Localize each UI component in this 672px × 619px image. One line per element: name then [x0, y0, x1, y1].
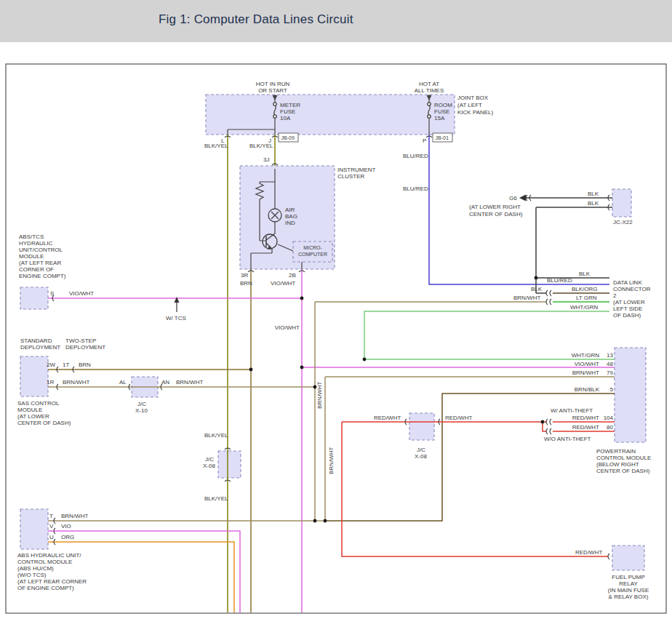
pin-3j-label: 3J — [263, 156, 269, 163]
pin-s-label: S — [50, 290, 54, 297]
sas-module-label-3: (AT LOWER — [17, 413, 49, 420]
pin-p-label: P — [423, 137, 426, 144]
jc-x08-mid-label-2: X-08 — [415, 453, 427, 460]
instrument-cluster-label: INSTRUMENT — [337, 167, 376, 173]
wire-color-label: BLU/RED — [403, 153, 428, 159]
wire-color-label: BLK — [588, 200, 599, 207]
meter-fuse-label: METER — [280, 102, 300, 108]
dlc-label-6: OF DASH) — [613, 312, 641, 319]
abs-hu-label-6: OF ENGINE COMPT) — [17, 585, 74, 591]
meter-fuse-rating: 10A — [280, 115, 291, 121]
hot-in-run-label-2: OR START — [258, 87, 287, 94]
wire-color-label: WHT/GRN — [572, 352, 599, 359]
wire-color-label: BLK — [579, 271, 591, 277]
airbag-ind-label-3: IND — [285, 220, 295, 226]
pin-3r-label: 3R — [241, 272, 248, 279]
wire-color-label: RED/WHT — [572, 415, 599, 421]
dlc-label: DATA LINK — [613, 279, 642, 286]
joint-box — [206, 95, 455, 135]
wire-color-label: BRN/WHT — [63, 379, 89, 386]
abs-tcs-label-3: UNIT/CONTROL — [19, 247, 63, 253]
pcm-label-4: CENTER OF DASH) — [596, 468, 650, 474]
pin-2b-label: 2B — [289, 272, 296, 279]
joint-box-label-2: (AT LEFT — [457, 102, 482, 108]
sas-module-label: SAS CONTROL — [17, 400, 60, 407]
standard-deployment-label-2: DEPLOYMENT — [20, 344, 60, 351]
pin-1t-label: 1T — [63, 362, 69, 368]
pin-al-label: AL — [119, 379, 127, 386]
wire-color-label: BRN/WHT — [316, 382, 323, 409]
airbag-ind-label-2: BAG — [285, 213, 297, 220]
w-tcs-note: W/ TCS — [166, 315, 186, 322]
wiring-diagram: HOT IN RUN OR START HOT AT ALL TIMES MET… — [0, 0, 672, 619]
pcm-pin-80: 80 — [607, 424, 613, 431]
sas-module-label-4: CENTER OF DASH) — [17, 420, 71, 426]
two-step-deployment-label: TWO-STEP — [65, 338, 96, 344]
sas-module-box — [20, 356, 48, 396]
joint-box-label: JOINT BOX — [457, 95, 489, 101]
g6-location-label: (AT LOWER RIGHT — [469, 204, 521, 210]
wire-color-label: BLK/YEL — [204, 432, 228, 439]
fuel-pump-relay-label-2: RELAY — [619, 580, 638, 587]
room-fuse-rating: 15A — [434, 115, 445, 121]
wire-color-label: BRN — [240, 280, 252, 287]
room-fuse-label: ROOM — [434, 102, 452, 108]
pcm-label: POWERTRAIN — [596, 448, 636, 455]
wire-color-label: VIO — [61, 523, 71, 530]
abs-tcs-label-7: ENGINE COMPT) — [19, 273, 66, 279]
abs-tcs-label: ABS/TCS — [19, 233, 44, 240]
abs-tcs-label-5: (AT LEFT REAR — [19, 260, 61, 266]
without-anti-theft-note: W/O ANTI-THEFT — [544, 436, 591, 442]
fuel-pump-relay-label: FUEL PUMP — [612, 574, 645, 580]
abs-hu-label-5: (AT LEFT REAR CORNER — [17, 578, 87, 585]
abs-tcs-label-2: HYDRAULIC — [19, 240, 52, 247]
micro-computer-label-2: COMPUTER — [298, 252, 327, 257]
two-step-deployment-label-2: DEPLOYMENT — [65, 344, 105, 351]
g6-location-label-2: CENTER OF DASH) — [469, 211, 523, 217]
pin-2w-label: 2W — [47, 362, 55, 368]
sas-module-label-2: MODULE — [17, 407, 42, 413]
wire-color-label: BRN/WHT — [572, 370, 599, 376]
wire-color-label: VIO/WHT — [275, 324, 300, 331]
dlc-label-4: (AT LOWER — [613, 299, 645, 305]
abs-hu-module-box — [20, 509, 48, 549]
pcm-pin-13: 13 — [607, 352, 613, 359]
pin-t-label: T — [49, 513, 53, 519]
pcm-pin-48: 48 — [607, 361, 613, 367]
wire-color-label: BLU/RED — [547, 277, 572, 284]
pcm-pin-79: 79 — [607, 370, 613, 376]
wire-color-label: RED/WHT — [575, 549, 602, 556]
wire-color-label: BLK — [588, 191, 599, 197]
pin-1r-label: 1R — [47, 379, 54, 386]
abs-hu-label: ABS HYDRAULIC UNIT/ — [17, 552, 81, 559]
pcm-pin-5: 5 — [610, 386, 614, 393]
wire-color-label: BLK/YEL — [249, 143, 273, 149]
airbag-ind-label: AIR — [285, 207, 295, 213]
room-fuse-label-2: FUSE — [434, 108, 449, 115]
standard-deployment-label: STANDARD — [20, 338, 52, 344]
pin-an-label: AN — [161, 379, 169, 386]
wire-color-label: BRN — [79, 362, 91, 368]
jb09-ref-label: JB-09 — [281, 135, 295, 140]
fuel-pump-relay-label-3: (IN MAIN FUSE — [608, 587, 649, 594]
wire-color-label: BRN/WHT — [513, 295, 540, 301]
abs-tcs-module-box — [20, 287, 48, 309]
abs-hu-label-3: (ABS HU/CM) — [17, 565, 54, 572]
abs-hu-label-2: CONTROL MODULE — [17, 559, 72, 565]
fuel-pump-relay-label-4: & RELAY BOX) — [609, 594, 649, 600]
meter-fuse-label-2: FUSE — [280, 108, 295, 115]
pcm-label-3: (BELOW RIGHT — [596, 461, 639, 468]
hot-in-run-label: HOT IN RUN — [256, 81, 290, 87]
micro-computer-label: MICRO- — [303, 245, 322, 250]
pin-v-label: V — [49, 523, 54, 530]
wire-color-label: BRN/WHT — [328, 447, 335, 474]
wire-color-label: ORG — [61, 534, 74, 540]
jc-x08-left-label: J/C — [205, 456, 214, 463]
abs-tcs-label-6: CORNER OF — [19, 266, 54, 273]
wire-color-label: BLU/RED — [403, 185, 428, 192]
jc-x10-label: J/C — [137, 401, 146, 407]
wire-color-label: BRN/WHT — [61, 513, 88, 519]
wire-color-label: RED/WHT — [374, 415, 401, 421]
dlc-label-5: LEFT SIDE — [613, 305, 642, 312]
pcm-pin-104: 104 — [604, 415, 614, 421]
